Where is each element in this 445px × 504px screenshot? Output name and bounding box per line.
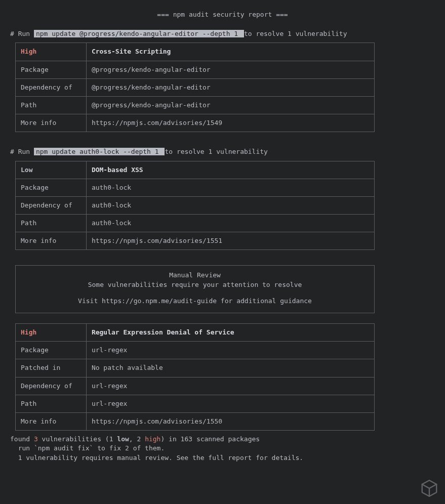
row-label: Dependency of — [16, 196, 87, 214]
row-value: url-regex — [86, 377, 374, 395]
run-command-highlight: npm update auth0-lock --depth 1 — [34, 148, 165, 155]
manual-review-box: Manual Review Some vulnerabilities requi… — [15, 265, 375, 313]
row-label: Path — [16, 215, 87, 232]
run-command-line: # Run npm update auth0-lock --depth 1 to… — [10, 147, 435, 156]
summary-line2: run `npm audit fix` to fix 2 of them. — [10, 444, 435, 453]
vulnerability-table: High Regular Expression Denial of Servic… — [15, 323, 375, 431]
row-label: Patched in — [16, 359, 87, 377]
run-command-highlight: npm update @progress/kendo-angular-edito… — [34, 30, 244, 37]
row-value: url-regex — [86, 395, 374, 412]
row-value: https://npmjs.com/advisories/1550 — [86, 412, 374, 430]
audit-summary: found 3 vulnerabilities (1 low, 2 high) … — [10, 435, 435, 463]
row-value: auth0-lock — [86, 179, 374, 196]
row-value: @progress/kendo-angular-editor — [86, 78, 374, 96]
vulnerability-table: Low DOM-based XSS Packageauth0-lock Depe… — [15, 161, 375, 250]
row-label: Package — [16, 342, 87, 359]
manual-review-title: Manual Review — [16, 271, 374, 280]
row-value: auth0-lock — [86, 196, 374, 214]
total-count: 3 — [34, 435, 38, 443]
row-label: Path — [16, 96, 87, 114]
run-resolve-text: to resolve 1 vulnerability — [244, 30, 347, 37]
row-value: https://npmjs.com/advisories/1551 — [86, 232, 374, 250]
run-prefix: # Run — [10, 30, 34, 37]
high-word: high — [145, 435, 160, 443]
row-label: Dependency of — [16, 377, 87, 395]
severity-badge: High — [21, 48, 36, 55]
row-value: url-regex — [86, 342, 374, 359]
row-label: More info — [16, 114, 87, 132]
severity-badge: High — [21, 328, 36, 336]
row-value: No patch available — [86, 359, 374, 377]
run-command-line: # Run npm update @progress/kendo-angular… — [10, 29, 435, 38]
low-word: low — [117, 435, 129, 443]
row-value: auth0-lock — [86, 215, 374, 232]
severity-badge: Low — [21, 166, 32, 174]
audit-report-header: === npm audit security report === — [10, 10, 435, 19]
vuln-title: Cross-Site Scripting — [86, 43, 374, 61]
summary-line3: 1 vulnerability requires manual review. … — [10, 453, 435, 463]
row-value: @progress/kendo-angular-editor — [86, 96, 374, 114]
row-value: @progress/kendo-angular-editor — [86, 61, 374, 78]
run-resolve-text: to resolve 1 vulnerability — [165, 148, 268, 155]
vuln-title: DOM-based XSS — [86, 161, 374, 179]
summary-line1: found 3 vulnerabilities (1 low, 2 high) … — [10, 435, 435, 444]
vulnerability-table: High Cross-Site Scripting Package@progre… — [15, 43, 375, 132]
row-value: https://npmjs.com/advisories/1549 — [86, 114, 374, 132]
row-label: Dependency of — [16, 78, 87, 96]
row-label: More info — [16, 232, 87, 250]
row-label: More info — [16, 412, 87, 430]
manual-review-guide: Visit https://go.npm.me/audit-guide for … — [16, 297, 374, 306]
row-label: Package — [16, 179, 87, 196]
row-label: Path — [16, 395, 87, 412]
vuln-title: Regular Expression Denial of Service — [86, 324, 374, 342]
row-label: Package — [16, 61, 87, 78]
run-prefix: # Run — [10, 148, 34, 155]
manual-review-subtitle: Some vulnerabilities require your attent… — [16, 280, 374, 289]
